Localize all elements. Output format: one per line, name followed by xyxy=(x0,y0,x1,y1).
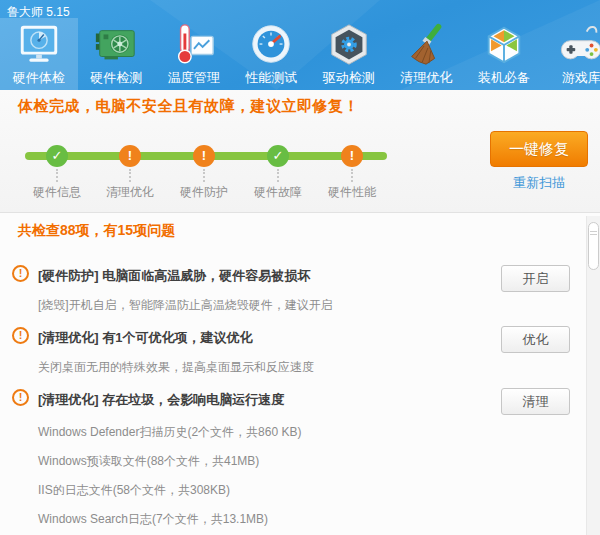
tab-label: 硬件检测 xyxy=(90,69,142,87)
tab-driver-detect[interactable]: 驱动检测 xyxy=(310,18,388,90)
scrollbar-grip xyxy=(590,231,597,236)
issue-detail: 关闭桌面无用的特殊效果，提高桌面显示和反应速度 xyxy=(38,359,314,376)
monitor-scan-icon xyxy=(16,22,62,68)
warning-icon xyxy=(12,327,29,344)
tab-hardware-detect[interactable]: 硬件检测 xyxy=(78,18,156,90)
speed-gauge-icon xyxy=(248,22,294,68)
timeline-step-label: 硬件性能 xyxy=(320,184,384,201)
issue-detail: [烧毁]开机自启，智能降温防止高温烧毁硬件，建议开启 xyxy=(38,297,333,314)
timeline-step-hardware-perf: 硬件性能 xyxy=(320,145,384,201)
timeline-dash xyxy=(56,169,58,182)
exam-result-message: 体检完成，电脑不安全且有故障，建议立即修复！ xyxy=(18,97,359,116)
warning-icon xyxy=(12,389,29,406)
check-summary: 共检查88项，有15项问题 xyxy=(18,222,175,240)
timeline-dash xyxy=(203,169,205,182)
tab-label: 清理优化 xyxy=(400,69,452,87)
timeline-step-label: 清理优化 xyxy=(98,184,162,201)
issue-list: 共检查88项，有15项问题 [硬件防护] 电脑面临高温威胁，硬件容易被损坏 开启… xyxy=(0,213,600,535)
status-ok-icon xyxy=(46,145,68,167)
tab-temperature[interactable]: 温度管理 xyxy=(155,18,233,90)
status-warn-icon xyxy=(341,145,363,167)
status-ok-icon xyxy=(267,145,289,167)
ludashi-window: 鲁大师 5.15 硬件体检 xyxy=(0,0,600,535)
timeline-step-hardware-info: 硬件信息 xyxy=(25,145,89,201)
warning-icon xyxy=(12,265,29,282)
timeline-dash xyxy=(277,169,279,182)
timeline-step-clean-optimize: 清理优化 xyxy=(98,145,162,201)
tab-clean-optimize[interactable]: 清理优化 xyxy=(388,18,466,90)
tab-label: 装机必备 xyxy=(478,69,530,87)
gpu-card-icon xyxy=(93,22,139,68)
timeline-dash xyxy=(351,169,353,182)
tab-label: 性能测试 xyxy=(245,69,297,87)
tab-label: 驱动检测 xyxy=(323,69,375,87)
one-click-fix-button[interactable]: 一键修复 xyxy=(490,131,588,167)
issue-detail: Windows Defender扫描历史(2个文件，共860 KB) xyxy=(38,424,301,441)
timeline-step-label: 硬件防护 xyxy=(172,184,236,201)
gear-hexagon-icon xyxy=(326,22,372,68)
tab-label: 硬件体检 xyxy=(13,69,65,87)
enable-button[interactable]: 开启 xyxy=(501,265,570,292)
timeline-dash xyxy=(129,169,131,182)
issue-title: [硬件防护] 电脑面临高温威胁，硬件容易被损坏 xyxy=(38,267,310,285)
tab-essential-software[interactable]: 装机必备 xyxy=(465,18,543,90)
status-warn-icon xyxy=(193,145,215,167)
issue-title: [清理优化] 有1个可优化项，建议优化 xyxy=(38,329,253,347)
tab-label: 温度管理 xyxy=(168,69,220,87)
broom-icon xyxy=(403,22,449,68)
header: 鲁大师 5.15 硬件体检 xyxy=(0,0,600,90)
optimize-button[interactable]: 优化 xyxy=(501,326,570,353)
issue-detail: Windows Search日志(7个文件，共13.1MB) xyxy=(38,511,268,528)
issue-detail: Windows预读取文件(88个文件，共41MB) xyxy=(38,453,259,470)
rescan-link[interactable]: 重新扫描 xyxy=(490,174,588,192)
timeline-step-hardware-fault: 硬件故障 xyxy=(246,145,310,201)
timeline-step-label: 硬件信息 xyxy=(25,184,89,201)
timeline-step-hardware-protect: 硬件防护 xyxy=(172,145,236,201)
tab-hardware-exam[interactable]: 硬件体检 xyxy=(0,18,78,90)
exam-result-banner: 体检完成，电脑不安全且有故障，建议立即修复！ 硬件信息 清理优化 硬件防护 硬件… xyxy=(0,90,600,213)
gamepad-icon xyxy=(558,22,600,68)
issue-detail: IIS的日志文件(58个文件，共308KB) xyxy=(38,482,230,499)
clean-button[interactable]: 清理 xyxy=(501,388,570,415)
status-warn-icon xyxy=(119,145,141,167)
tab-game-library[interactable]: 游戏库 xyxy=(543,18,600,90)
timeline-step-label: 硬件故障 xyxy=(246,184,310,201)
scrollbar-track[interactable] xyxy=(586,216,600,535)
issue-title: [清理优化] 存在垃圾，会影响电脑运行速度 xyxy=(38,391,284,409)
main-nav: 硬件体检 xyxy=(0,18,600,90)
cube-box-icon xyxy=(481,22,527,68)
tab-label: 游戏库 xyxy=(562,69,600,87)
tab-performance[interactable]: 性能测试 xyxy=(233,18,311,90)
scrollbar-thumb[interactable] xyxy=(588,222,599,270)
thermometer-chart-icon xyxy=(171,22,217,68)
